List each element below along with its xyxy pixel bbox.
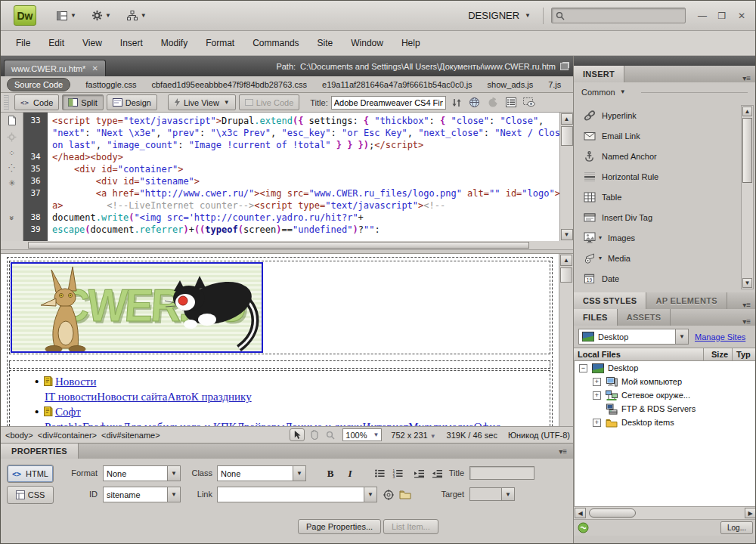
split-view-button[interactable]: Split [62, 94, 103, 110]
html-mode-button[interactable]: <>HTML [7, 465, 54, 483]
scroll-right-icon[interactable]: ▶ [745, 508, 756, 518]
design-vertical-scrollbar[interactable]: ▲ [559, 254, 573, 426]
expand-all-icon[interactable]: ⁛ [8, 164, 15, 172]
design-link-драйверы[interactable]: Драйверы [237, 421, 285, 426]
design-link-графика[interactable]: Графика [82, 421, 122, 426]
select-tool-icon[interactable] [290, 428, 305, 441]
window-size[interactable]: 752 x 231 ▼ [391, 431, 435, 440]
class-select[interactable]: None▼ [217, 465, 306, 481]
scrollbar-thumb[interactable] [742, 118, 752, 183]
visual-aids-icon[interactable] [522, 96, 537, 110]
related-file-source-code[interactable]: Source Code [7, 78, 70, 91]
menu-edit[interactable]: Edit [39, 35, 73, 51]
code-horizontal-scrollbar[interactable] [1, 241, 573, 250]
design-link-софт[interactable]: Софт [55, 406, 81, 418]
menu-commands[interactable]: Commands [243, 35, 308, 51]
extend-button[interactable]: ▼ [90, 8, 113, 23]
insert-item-horizontal-rule[interactable]: Horizontal Rule [574, 166, 739, 187]
site-logo-image[interactable]: CWER.RU [11, 262, 263, 353]
ordered-list-icon[interactable]: 123 [389, 466, 406, 481]
document-title-input[interactable] [331, 96, 446, 110]
design-link-новости-сайта[interactable]: Новости сайта [97, 391, 167, 403]
minimize-button[interactable]: — [696, 11, 708, 21]
column-local-files[interactable]: Local Files [574, 348, 704, 360]
scrollbar-thumb[interactable] [560, 267, 572, 283]
design-link-portable[interactable]: Portable [45, 421, 82, 426]
insert-item-email-link[interactable]: Email Link [574, 125, 739, 146]
design-link-офис[interactable]: Офис [474, 421, 500, 426]
css-mode-button[interactable]: CSS [7, 486, 54, 504]
point-to-file-icon[interactable] [380, 487, 397, 502]
insert-item-named-anchor[interactable]: Named Anchor [574, 146, 739, 166]
insert-item-date[interactable]: 19Date [574, 268, 739, 289]
code-vertical-scrollbar[interactable]: ▲ ▼ [559, 113, 573, 241]
column-type[interactable]: Typ [733, 348, 756, 360]
format-select[interactable]: None▼ [103, 465, 181, 481]
panel-menu-icon[interactable]: ▾≡ [559, 447, 567, 456]
dropdown-caret-icon[interactable]: ▾ [599, 255, 602, 261]
select-parent-tag-icon[interactable]: ✳ [8, 179, 15, 187]
outdent-icon[interactable] [411, 466, 427, 481]
design-link-новости[interactable]: Новости [55, 376, 96, 388]
toolbar-grip[interactable] [4, 95, 9, 110]
manage-sites-link[interactable]: Manage Sites [695, 332, 745, 342]
collapse-selection-icon[interactable]: ⁘ [8, 149, 15, 157]
expand-expander-icon[interactable]: + [593, 378, 601, 386]
unordered-list-icon[interactable] [371, 466, 388, 481]
title-field[interactable] [469, 466, 534, 480]
design-view-button[interactable]: Design [107, 94, 157, 110]
maximize-button[interactable]: ❒ [716, 11, 728, 21]
menu-site[interactable]: Site [308, 35, 342, 51]
menu-help[interactable]: Help [392, 35, 429, 51]
panel-menu-icon[interactable]: ▾≡ [742, 317, 751, 326]
page-properties-button[interactable]: Page Properties... [298, 519, 381, 534]
preview-browser-icon[interactable] [467, 96, 482, 110]
related-file-cbfaed1d95eeabbbe47f9f84bdb28763-css[interactable]: cbfaed1d95eeabbbe47f9f84bdb28763.css [151, 80, 307, 89]
italic-button[interactable]: I [341, 465, 359, 481]
insert-category-select[interactable]: Common▼ [574, 82, 756, 100]
tree-item-сетевое-окруже[interactable]: +Сетевое окруже... [575, 388, 756, 402]
design-link-к-празднику[interactable]: К празднику [191, 391, 252, 403]
layout-switcher-button[interactable]: ▼ [54, 8, 78, 23]
bold-button[interactable]: B [321, 465, 339, 481]
insert-item-insert-div-tag[interactable]: Insert Div Tag [574, 207, 739, 227]
tag-selector-item[interactable]: <div#container> [38, 431, 97, 440]
dropdown-caret-icon[interactable]: ▾ [599, 234, 602, 241]
design-link-мультимедиа[interactable]: Мультимедиа [408, 421, 473, 426]
menu-file[interactable]: File [7, 35, 39, 51]
file-management-icon[interactable] [449, 96, 464, 110]
scrollbar-thumb[interactable] [589, 508, 636, 518]
related-file-fasttoggle-css[interactable]: fasttoggle.css [85, 80, 136, 89]
open-documents-icon[interactable] [8, 116, 17, 125]
view-options-icon[interactable] [503, 96, 519, 110]
site-select[interactable]: Desktop ▼ [578, 329, 689, 345]
link-combo[interactable]: ▼ [217, 487, 377, 502]
panel-menu-icon[interactable]: ▾≡ [742, 301, 751, 309]
files-horizontal-scrollbar[interactable]: ◀ ▶ [574, 506, 756, 519]
tree-item-desktop-items[interactable]: +Desktop items [575, 416, 756, 429]
scrollbar-thumb[interactable] [28, 242, 529, 249]
expand-expander-icon[interactable]: + [593, 419, 601, 427]
insert-item-images[interactable]: ▾Images [574, 227, 739, 248]
workspace-switcher[interactable]: DESIGNER▼ [463, 7, 535, 24]
tag-selector-item[interactable]: <div#sitename> [101, 431, 160, 440]
tab-ap-elements[interactable]: AP ELEMENTS [646, 292, 727, 309]
document-tab[interactable]: www.CWER.ru.htm* ✕ [4, 60, 106, 76]
collapse-expander-icon[interactable]: − [579, 364, 587, 372]
close-button[interactable]: ✕ [736, 11, 748, 21]
expand-expander-icon[interactable]: + [593, 391, 601, 400]
tab-insert[interactable]: INSERT [574, 66, 624, 82]
tab-files[interactable]: FILES [574, 309, 618, 326]
scroll-down-icon[interactable]: ▼ [561, 229, 573, 240]
tab-assets[interactable]: ASSETS [618, 309, 671, 326]
magnification-select[interactable]: 100%▼ [342, 428, 382, 441]
insert-item-table[interactable]: Table [574, 187, 739, 207]
log-button[interactable]: Log... [720, 521, 753, 534]
hand-tool-icon[interactable] [306, 428, 321, 441]
search-input[interactable] [568, 11, 674, 20]
site-button[interactable]: ▼ [125, 8, 148, 23]
scroll-up-icon[interactable]: ▲ [742, 107, 752, 116]
tab-css-styles[interactable]: CSS STYLES [574, 292, 646, 309]
column-size[interactable]: Size [704, 348, 733, 360]
design-link-авто[interactable]: Авто [167, 391, 191, 403]
